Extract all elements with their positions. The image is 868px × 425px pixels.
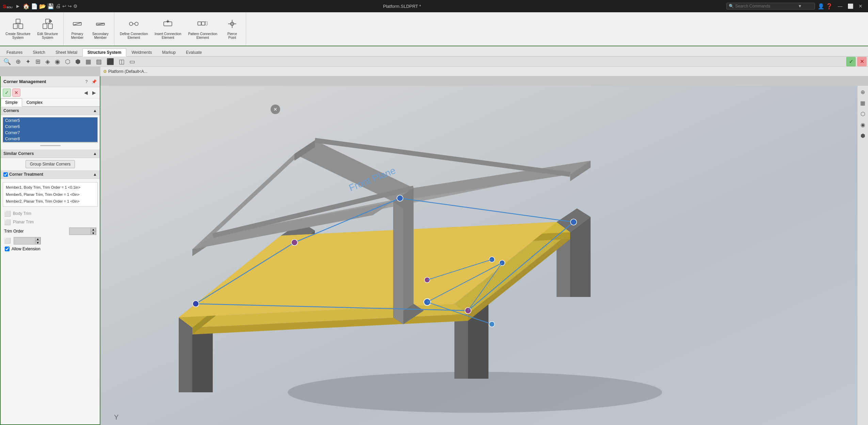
panel-icons: ? 📌 (83, 79, 97, 85)
group-similar-corners-button[interactable]: Group Similar Corners (26, 160, 75, 168)
planar-trim-option[interactable]: ⬜ Planar Trim (3, 218, 98, 226)
define-connection-icon (128, 18, 139, 31)
trim-value-field[interactable] (14, 239, 35, 243)
primary-member-button[interactable]: Primary Member (66, 17, 88, 41)
cancel-overlay-button[interactable]: ✕ (857, 57, 867, 66)
new-icon[interactable]: 📄 (31, 3, 38, 10)
trim-order-up[interactable]: ▲ (91, 227, 96, 231)
trim-order-input[interactable]: ▲ ▼ (69, 227, 96, 235)
search-box[interactable]: 🔍 ▼ (726, 3, 815, 10)
corner-item-corner8[interactable]: Corner8 (3, 136, 97, 142)
pierce-point-button[interactable]: Pierce Point (221, 17, 243, 41)
target-icon[interactable]: ⊕ (14, 57, 23, 66)
body-trim-option[interactable]: ⬜ Body Trim (3, 209, 98, 218)
structure-3d: Front Plane Y (100, 86, 868, 425)
print-icon[interactable]: 🖨 (55, 3, 61, 9)
layout-icon[interactable]: ◫ (117, 57, 127, 66)
trim-value-up[interactable]: ▲ (35, 237, 41, 241)
nav-arrow[interactable]: ▶ (15, 4, 21, 9)
hex2-icon[interactable]: ⬢ (73, 57, 83, 66)
trim-order-field[interactable] (69, 229, 91, 233)
edit-structure-button[interactable]: Edit Structure System (34, 17, 61, 41)
display1-icon[interactable]: ▦ (83, 57, 93, 66)
rs-icon-3[interactable]: ⬡ (858, 109, 868, 119)
open-icon[interactable]: 📂 (39, 3, 46, 10)
right-sidebar: ⊕ ▦ ⬡ ◉ ⬢ (857, 86, 868, 425)
svg-point-76 (570, 219, 577, 225)
tab-sketch[interactable]: Sketch (28, 48, 50, 56)
corner-item-corner6[interactable]: Corner6 (3, 124, 97, 130)
search-input[interactable] (735, 4, 797, 9)
accept-bar: ✓ ✕ ◀ ▶ (1, 87, 100, 98)
secondary-member-button[interactable]: Secondary Member (90, 17, 111, 41)
corners-section-header[interactable]: Corners ▲ (1, 107, 100, 115)
corner-treatment-checkbox[interactable] (3, 172, 8, 177)
svg-text:SOLIDWORKS: SOLIDWORKS (6, 6, 12, 9)
create-structure-button[interactable]: Create Structure System (3, 17, 33, 41)
help-panel-icon[interactable]: ? (83, 79, 90, 85)
rect-icon[interactable]: ▭ (127, 57, 137, 66)
pin-panel-icon[interactable]: 📌 (91, 79, 97, 85)
svg-rect-23 (205, 22, 207, 25)
cancel-button[interactable]: ✕ (12, 89, 20, 97)
home-icon[interactable]: 🏠 (23, 3, 30, 10)
allow-extension-checkbox[interactable] (5, 247, 10, 251)
svg-marker-20 (167, 21, 169, 22)
rs-icon-5[interactable]: ⬢ (858, 131, 868, 140)
prev-button[interactable]: ◀ (82, 89, 90, 96)
zoom-icon[interactable]: 🔍 (1, 57, 13, 66)
rs-icon-1[interactable]: ⊕ (858, 87, 868, 97)
trim-value-down[interactable]: ▼ (35, 241, 41, 245)
grid-icon[interactable]: ⊞ (33, 57, 43, 66)
trim-value-input[interactable]: ▲ ▼ (14, 237, 41, 245)
pattern-connection-label: Pattern Connection Element (188, 32, 218, 40)
maximize-button[interactable]: ⬜ (846, 2, 855, 10)
corners-list[interactable]: Corner5 Corner6 Corner7 Corner8 (3, 117, 98, 143)
similar-corners-header[interactable]: Similar Corners ▲ (1, 149, 100, 158)
undo-arrow[interactable]: ↩ (62, 3, 66, 9)
box-icon[interactable]: ⬛ (105, 57, 116, 66)
select-icon[interactable]: ✦ (23, 57, 33, 66)
trim-value-spinners[interactable]: ▲ ▼ (35, 237, 41, 245)
view1-icon[interactable]: ◈ (43, 57, 52, 66)
settings-icon[interactable]: ⚙ (73, 3, 78, 9)
pattern-connection-icon (197, 18, 208, 31)
tab-structure-system[interactable]: Structure System (82, 48, 126, 57)
user-icon[interactable]: 👤 (818, 3, 824, 10)
define-connection-button[interactable]: Define Connection Element (117, 17, 150, 41)
svg-marker-33 (179, 317, 192, 392)
help-icon[interactable]: ❓ (826, 3, 833, 10)
close-viewport-button[interactable]: ✕ (271, 105, 280, 114)
corner-treatment-header[interactable]: Corner Treatment ▲ (1, 170, 100, 179)
close-button[interactable]: ✕ (856, 2, 865, 10)
corner-item-corner5[interactable]: Corner5 (3, 117, 97, 124)
corner-item-corner7[interactable]: Corner7 (3, 130, 97, 136)
tab-sheet-metal[interactable]: Sheet Metal (50, 48, 82, 56)
redo-arrow[interactable]: ↪ (68, 3, 72, 9)
minimize-button[interactable]: — (835, 2, 845, 10)
rs-icon-2[interactable]: ▦ (858, 98, 868, 108)
ok-button[interactable]: ✓ (3, 89, 11, 97)
tab-simple[interactable]: Simple (1, 98, 22, 107)
hex-icon[interactable]: ⬡ (63, 57, 73, 66)
next-button[interactable]: ▶ (90, 89, 98, 96)
rs-icon-4[interactable]: ◉ (858, 120, 868, 129)
save-icon[interactable]: 💾 (47, 3, 54, 10)
view2-icon[interactable]: ◉ (53, 57, 62, 66)
secondary-toolbar: 🔍 ⊕ ✦ ⊞ ◈ ◉ ⬡ ⬢ ▦ ▨ ⬛ ◫ ▭ ✓ ✕ (0, 57, 868, 67)
tab-weldments[interactable]: Weldments (126, 48, 157, 56)
trim-order-spinners[interactable]: ▲ ▼ (91, 227, 96, 235)
tab-features[interactable]: Features (1, 48, 28, 56)
display2-icon[interactable]: ▨ (94, 57, 104, 66)
breadcrumb-icon: ⚙ (103, 69, 107, 74)
accept-overlay-button[interactable]: ✓ (846, 57, 856, 66)
left-panel: Corner Management ? 📌 ✓ ✕ ◀ ▶ Simple Com… (0, 76, 100, 425)
tab-evaluate[interactable]: Evaluate (181, 48, 207, 56)
tab-markup[interactable]: Markup (157, 48, 181, 56)
search-dropdown-icon[interactable]: ▼ (798, 4, 802, 9)
pattern-connection-button[interactable]: Pattern Connection Element (186, 17, 220, 41)
trim-order-down[interactable]: ▼ (91, 231, 96, 235)
insert-connection-button[interactable]: Insert Connection Element (152, 17, 184, 41)
tab-complex[interactable]: Complex (22, 98, 47, 106)
svg-point-74 (291, 239, 298, 246)
